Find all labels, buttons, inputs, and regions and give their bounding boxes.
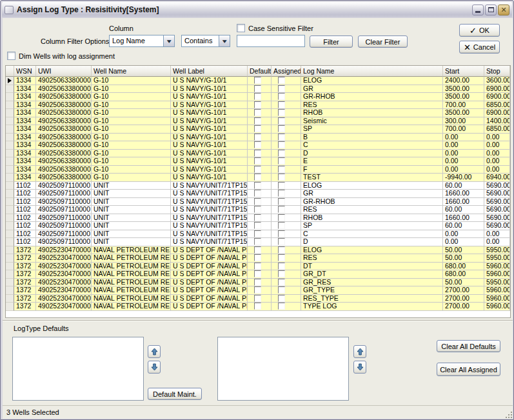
table-row[interactable]: 110249025097110000UNITU S NAVY/UNIT/71TP…: [6, 198, 510, 206]
assigned-checkbox[interactable]: [278, 230, 285, 237]
table-row[interactable]: 110249025097110000UNITU S NAVY/UNIT/71TP…: [6, 222, 510, 230]
column-header-log-name[interactable]: Log Name: [301, 66, 443, 77]
row-selector-cell[interactable]: [6, 295, 14, 303]
row-selector-cell[interactable]: [6, 222, 14, 230]
operator-combobox[interactable]: Contains ▼: [181, 35, 230, 47]
assigned-listbox[interactable]: [217, 337, 349, 401]
default-checkbox[interactable]: [254, 150, 261, 157]
default-checkbox[interactable]: [254, 93, 261, 100]
default-checkbox[interactable]: [254, 157, 261, 165]
table-row[interactable]: 133449025063380000G-10U S NAVY/G-10/1GR-…: [6, 93, 510, 101]
row-selector-cell[interactable]: [6, 214, 14, 223]
table-row[interactable]: 137249025230470000NAVAL PETROLEUM RESU S…: [6, 263, 510, 271]
resize-grip-icon[interactable]: [508, 414, 509, 415]
row-selector-cell[interactable]: [6, 303, 14, 311]
row-selector-cell[interactable]: [6, 230, 14, 239]
default-checkbox[interactable]: [254, 279, 261, 286]
assigned-checkbox[interactable]: [278, 174, 285, 181]
row-selector-cell[interactable]: [6, 238, 14, 246]
default-checkbox[interactable]: [254, 263, 261, 270]
table-row[interactable]: 133449025063380000G-10U S NAVY/G-10/1E0.…: [6, 157, 510, 166]
column-filter-combobox[interactable]: Log Name ▼: [109, 35, 175, 47]
column-header-stop[interactable]: Stop: [484, 66, 510, 77]
table-row[interactable]: 110249025097110000UNITU S NAVY/UNIT/71TP…: [6, 214, 510, 223]
column-header-assigned[interactable]: Assigned: [272, 66, 301, 77]
default-checkbox[interactable]: [254, 109, 261, 116]
row-selector-cell[interactable]: [6, 286, 14, 295]
row-selector-cell[interactable]: [6, 77, 14, 85]
row-selector-cell[interactable]: [6, 141, 14, 150]
assigned-checkbox[interactable]: [278, 77, 285, 84]
default-checkbox[interactable]: [254, 295, 261, 302]
row-selector-cell[interactable]: [6, 93, 14, 101]
assigned-checkbox[interactable]: [278, 125, 285, 132]
table-row[interactable]: 133449025063380000G-10U S NAVY/G-10/1F0.…: [6, 166, 510, 174]
assigned-checkbox[interactable]: [278, 238, 285, 245]
default-checkbox[interactable]: [254, 190, 261, 197]
clear-filter-button[interactable]: Clear Filter: [358, 35, 408, 48]
table-row[interactable]: 110249025097110000UNITU S NAVY/UNIT/71TP…: [6, 238, 510, 246]
row-selector-cell[interactable]: [6, 109, 14, 117]
assigned-checkbox[interactable]: [278, 166, 285, 173]
table-row[interactable]: 133449025063380000G-10U S NAVY/G-10/1RES…: [6, 101, 510, 110]
table-row[interactable]: 133449025063380000G-10U S NAVY/G-10/1RHO…: [6, 109, 510, 117]
title-bar[interactable]: Assign Log Type : Resisitivity[System] ✕: [2, 2, 512, 17]
default-checkbox[interactable]: [254, 246, 261, 254]
row-selector-cell[interactable]: [6, 174, 14, 182]
maximize-button[interactable]: [485, 5, 497, 15]
row-selector-cell[interactable]: [6, 270, 14, 279]
minimize-button[interactable]: [472, 5, 484, 15]
assigned-checkbox[interactable]: [278, 134, 285, 141]
default-checkbox[interactable]: [254, 214, 261, 221]
filter-button[interactable]: Filter: [310, 35, 353, 48]
default-checkbox[interactable]: [254, 166, 261, 173]
column-header-default[interactable]: Default: [248, 66, 272, 77]
row-selector-cell[interactable]: [6, 279, 14, 287]
assigned-checkbox[interactable]: [278, 263, 285, 270]
table-row[interactable]: 110249025097110000UNITU S NAVY/UNIT/71TP…: [6, 206, 510, 214]
assigned-checkbox[interactable]: [278, 117, 285, 125]
table-row[interactable]: 110249025097110000UNITU S NAVY/UNIT/71TP…: [6, 190, 510, 198]
row-selector-cell[interactable]: [6, 85, 14, 94]
assigned-checkbox[interactable]: [278, 190, 285, 197]
default-checkbox[interactable]: [254, 117, 261, 125]
filter-text-input[interactable]: [237, 35, 305, 47]
default-checkbox[interactable]: [254, 222, 261, 229]
default-checkbox[interactable]: [254, 101, 261, 108]
default-checkbox[interactable]: [254, 230, 261, 237]
table-row[interactable]: 133449025063380000G-10U S NAVY/G-10/1ELO…: [6, 77, 510, 85]
assigned-checkbox[interactable]: [278, 279, 285, 286]
assigned-checkbox[interactable]: [278, 295, 285, 302]
row-selector-cell[interactable]: [6, 125, 14, 134]
row-selector-cell[interactable]: [6, 246, 14, 255]
close-button[interactable]: ✕: [498, 5, 509, 15]
default-checkbox[interactable]: [254, 141, 261, 148]
clear-all-assigned-button[interactable]: Clear All Assigned: [437, 363, 500, 376]
default-maint-button[interactable]: Default Maint.: [148, 388, 202, 400]
defaults-move-up-button[interactable]: [148, 345, 161, 358]
row-selector-cell[interactable]: [6, 117, 14, 126]
table-row[interactable]: 137249025230470000NAVAL PETROLEUM RESU S…: [6, 303, 510, 311]
default-checkbox[interactable]: [254, 206, 261, 213]
column-header-well-name[interactable]: Well Name: [92, 66, 171, 77]
row-selector-cell[interactable]: [6, 206, 14, 214]
assigned-checkbox[interactable]: [278, 286, 285, 294]
assigned-checkbox[interactable]: [278, 206, 285, 213]
default-checkbox[interactable]: [254, 125, 261, 132]
table-row[interactable]: 133449025063380000G-10U S NAVY/G-10/1TES…: [6, 174, 510, 182]
table-row[interactable]: 133449025063380000G-10U S NAVY/G-10/1GR3…: [6, 85, 510, 94]
assigned-checkbox[interactable]: [278, 254, 285, 261]
table-row[interactable]: 110249025097110000UNITU S NAVY/UNIT/71TP…: [6, 182, 510, 190]
row-selector-cell[interactable]: [6, 182, 14, 190]
assigned-checkbox[interactable]: [278, 141, 285, 148]
assigned-checkbox[interactable]: [278, 93, 285, 100]
assigned-checkbox[interactable]: [278, 150, 285, 157]
row-selector-cell[interactable]: [6, 166, 14, 174]
row-selector-cell[interactable]: [6, 134, 14, 142]
default-checkbox[interactable]: [254, 198, 261, 205]
dim-wells-checkbox[interactable]: [7, 52, 15, 60]
defaults-listbox[interactable]: [12, 337, 144, 401]
default-checkbox[interactable]: [254, 174, 261, 181]
table-row[interactable]: 137249025230470000NAVAL PETROLEUM RESU S…: [6, 279, 510, 287]
assigned-checkbox[interactable]: [278, 101, 285, 108]
